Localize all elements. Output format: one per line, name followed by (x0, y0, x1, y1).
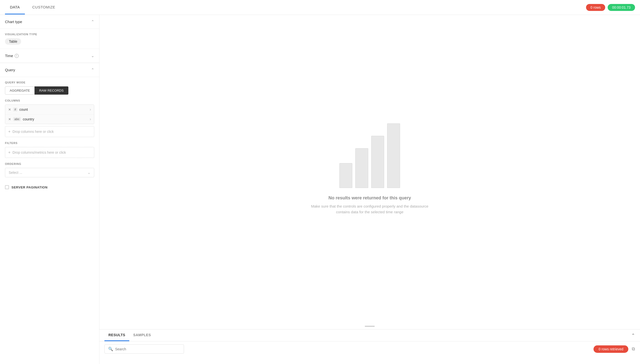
chart-type-section-header[interactable]: Chart type ⌃ (0, 15, 99, 29)
results-tab-samples[interactable]: SAMPLES (129, 330, 155, 341)
bar-chart-placeholder (339, 124, 400, 188)
results-toolbar: 🔍 0 rows retrieved ⧉ (99, 342, 640, 356)
top-badges: 0 rows 00:00:01.73 (586, 4, 635, 11)
bar-1 (339, 163, 352, 188)
chart-type-chevron-up-icon: ⌃ (91, 19, 94, 24)
columns-label: COLUMNS (5, 99, 94, 102)
remove-country-button[interactable]: ✕ (8, 117, 11, 121)
drag-handle[interactable] (365, 326, 375, 327)
sidebar: Chart type ⌃ VISUALIZATION TYPE Table Ti… (0, 15, 99, 364)
top-bar: DATA CUSTOMIZE 0 rows 00:00:01.73 (0, 0, 640, 15)
query-title: Query (5, 68, 15, 72)
country-name: country (23, 117, 90, 121)
main-layout: Chart type ⌃ VISUALIZATION TYPE Table Ti… (0, 15, 640, 364)
collapse-button[interactable]: ⌃ (631, 333, 635, 338)
ordering-label: ORDERING (5, 162, 94, 165)
drop-filters-text: Drop columns/metrics here or click (13, 150, 66, 154)
country-type: abc (13, 117, 21, 121)
query-mode-label: QUERY MODE (5, 81, 94, 84)
query-mode-buttons: AGGREGATE RAW RECORDS (5, 86, 94, 94)
search-box: 🔍 (104, 344, 184, 354)
server-pagination-checkbox[interactable] (5, 185, 9, 189)
drop-columns-text: Drop columns here or click (13, 130, 54, 134)
raw-records-button[interactable]: RAW RECORDS (35, 86, 68, 94)
time-info-icon: i (15, 54, 19, 58)
drop-filters-zone[interactable]: + Drop columns/metrics here or click (5, 147, 94, 158)
column-item-country: ✕ abc country › (5, 114, 94, 124)
time-title: Time (5, 54, 13, 58)
tab-customize[interactable]: CUSTOMIZE (27, 0, 60, 14)
query-content: QUERY MODE AGGREGATE RAW RECORDS COLUMNS… (0, 77, 99, 181)
filters-label: FILTERS (5, 142, 94, 144)
chart-type-content: VISUALIZATION TYPE Table (0, 29, 99, 49)
timer-badge: 00:00:01.73 (608, 4, 635, 11)
bar-2 (355, 148, 368, 188)
remove-count-button[interactable]: ✕ (8, 108, 11, 112)
count-arrow-icon[interactable]: › (90, 107, 91, 112)
search-icon: 🔍 (108, 346, 113, 351)
query-chevron-up-icon: ⌃ (91, 68, 94, 72)
viz-type-label: VISUALIZATION TYPE (5, 33, 94, 36)
chart-area: No results were returned for this query … (99, 15, 640, 323)
columns-list: ✕ # count › ✕ abc country › (5, 104, 94, 124)
rows-badge: 0 rows (586, 4, 605, 11)
query-section-header[interactable]: Query ⌃ (0, 63, 99, 77)
no-results-title: No results were returned for this query (328, 196, 411, 200)
count-type: # (13, 108, 18, 112)
country-arrow-icon[interactable]: › (90, 117, 91, 122)
content-area: No results were returned for this query … (99, 15, 640, 364)
viz-type-value[interactable]: Table (5, 38, 21, 45)
ordering-placeholder: Select ... (9, 170, 22, 174)
tab-data[interactable]: DATA (5, 0, 25, 14)
ordering-select[interactable]: Select ... ⌄ (5, 168, 94, 177)
drop-columns-zone[interactable]: + Drop columns here or click (5, 126, 94, 137)
bar-3 (371, 136, 384, 188)
column-item-count: ✕ # count › (5, 105, 94, 114)
results-tabs: RESULTS SAMPLES ⌃ (99, 330, 640, 342)
time-chevron-down-icon: ⌄ (91, 54, 94, 58)
aggregate-button[interactable]: AGGREGATE (5, 86, 35, 94)
chart-type-title: Chart type (5, 20, 22, 24)
time-section-header[interactable]: Time i ⌄ (0, 49, 99, 63)
copy-icon[interactable]: ⧉ (632, 346, 635, 352)
bar-4 (387, 124, 400, 188)
count-name: count (19, 108, 90, 112)
results-panel: RESULTS SAMPLES ⌃ 🔍 0 rows retrieved ⧉ (99, 329, 640, 364)
no-results-subtitle: Make sure that the controls are configur… (308, 204, 432, 215)
search-input[interactable] (115, 347, 180, 351)
filter-plus-icon: + (8, 150, 11, 155)
ordering-chevron-down-icon: ⌄ (88, 170, 91, 174)
rows-retrieved-badge: 0 rows retrieved (593, 346, 628, 353)
plus-icon: + (8, 129, 11, 134)
server-pagination-label: SERVER PAGINATION (12, 186, 48, 189)
server-pagination-row: SERVER PAGINATION (0, 181, 99, 193)
results-tab-results[interactable]: RESULTS (104, 330, 129, 341)
